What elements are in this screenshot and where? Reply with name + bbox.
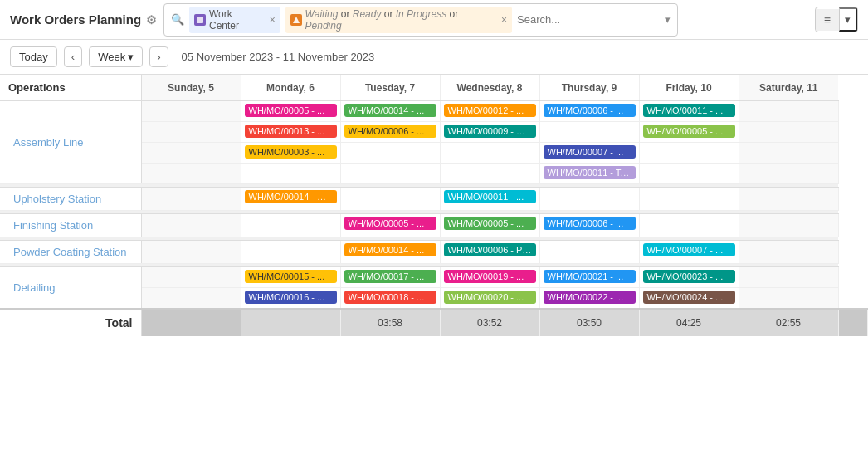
cal-cell-day6: WH/MO/00011 - ... — [639, 101, 739, 122]
calendar-event[interactable]: WH/MO/00005 - ... — [444, 217, 536, 230]
cal-cell-day5: WH/MO/00011 - Testing — [539, 164, 639, 184]
cal-cell-day6 — [639, 214, 739, 237]
cal-cell-day2 — [241, 214, 340, 237]
calendar-event[interactable]: WH/MO/00023 - ... — [643, 270, 735, 283]
calendar-container: Operations Sunday, 5 Monday, 6 Tuesday, … — [0, 75, 868, 336]
calendar-event[interactable]: WH/MO/00011 - ... — [444, 190, 536, 203]
calendar-event[interactable]: WH/MO/00021 - ... — [544, 270, 636, 283]
cal-cell-day2: WH/MO/00013 - ... — [241, 122, 340, 143]
view-dropdown-button[interactable]: ▾ — [839, 7, 857, 32]
calendar-row: Finishing StationWH/MO/00005 - ...WH/MO/… — [0, 214, 868, 237]
search-input[interactable] — [517, 13, 656, 26]
calendar-event[interactable]: WH/MO/00022 - ... — [544, 291, 636, 304]
filter-status-label: Waiting or Ready or In Progress or Pendi… — [305, 8, 496, 32]
calendar-event[interactable]: WH/MO/00015 - ... — [245, 270, 337, 283]
calendar-event[interactable]: WH/MO/00014 - ... — [344, 243, 436, 256]
calendar-event[interactable]: WH/MO/00024 - ... — [643, 291, 735, 304]
col-header-tue: Tuesday, 7 — [340, 75, 440, 101]
filter-workcenter-close[interactable]: × — [270, 14, 276, 26]
cal-cell-day7 — [739, 164, 838, 184]
cal-cell-day1 — [141, 241, 241, 264]
cal-cell-day6: WH/MO/00024 - ... — [639, 288, 739, 310]
cal-cell-day5: WH/MO/00006 - ... — [539, 101, 639, 122]
cal-cell-day4 — [440, 164, 539, 184]
section-label-3[interactable]: Powder Coating Station — [0, 241, 141, 264]
cal-cell-day7 — [739, 241, 838, 264]
col-header-operations: Operations — [0, 75, 141, 101]
gear-icon[interactable]: ⚙ — [146, 13, 157, 27]
cal-cell-day1 — [141, 143, 241, 164]
cal-cell-day3 — [340, 143, 440, 164]
total-time-0 — [141, 309, 241, 336]
prev-button[interactable]: ‹ — [64, 46, 82, 67]
list-view-button[interactable]: ≡ — [816, 9, 839, 31]
calendar-event[interactable]: WH/MO/00005 - ... — [245, 104, 337, 117]
calendar-event[interactable]: WH/MO/00009 - Manual Assembly — [444, 125, 536, 138]
calendar-event[interactable]: WH/MO/00014 - Upholster cushion — [245, 190, 337, 203]
cal-cell-day7 — [739, 267, 838, 288]
subnav: Today ‹ Week ▾ › 05 November 2023 - 11 N… — [0, 40, 868, 75]
total-time-2: 03:58 — [340, 309, 440, 336]
filter-tag-workcenter[interactable]: Work Center × — [189, 7, 280, 33]
cal-cell-day5 — [539, 122, 639, 143]
status-filter-icon — [290, 14, 302, 26]
cal-cell-day1 — [141, 164, 241, 184]
section-label-0[interactable]: Assembly Line — [0, 101, 141, 184]
cal-cell-day4: WH/MO/00020 - ... — [440, 288, 539, 310]
total-time-6: 02:55 — [739, 309, 838, 336]
calendar-event[interactable]: WH/MO/00006 - ... — [544, 104, 636, 117]
calendar-event[interactable]: WH/MO/00006 - Powder coat base — [444, 243, 536, 256]
calendar-event[interactable]: WH/MO/00003 - ... — [245, 145, 337, 159]
cal-cell-day7 — [739, 122, 838, 143]
calendar-event[interactable]: WH/MO/00006 - ... — [544, 217, 636, 230]
calendar-event[interactable]: WH/MO/00017 - ... — [344, 270, 436, 283]
calendar-event[interactable]: WH/MO/00011 - Testing — [544, 166, 636, 179]
calendar-row: DetailingWH/MO/00015 - ...WH/MO/00017 - … — [0, 267, 868, 288]
col-header-fri: Friday, 10 — [639, 75, 739, 101]
cal-cell-day4: WH/MO/00005 - ... — [440, 214, 539, 237]
total-time-5: 04:25 — [639, 309, 739, 336]
cal-cell-day2: WH/MO/00005 - ... — [241, 101, 340, 122]
filter-status-close[interactable]: × — [501, 14, 507, 26]
calendar-event[interactable]: WH/MO/00011 - ... — [643, 104, 735, 117]
calendar-event[interactable]: WH/MO/00007 - ... — [643, 243, 735, 256]
calendar-event[interactable]: WH/MO/00006 - ... — [344, 125, 436, 138]
cal-cell-day4: WH/MO/00012 - ... — [440, 101, 539, 122]
cal-cell-day7 — [739, 188, 838, 211]
cal-cell-day3: WH/MO/00014 - ... — [340, 101, 440, 122]
section-label-2[interactable]: Finishing Station — [0, 214, 141, 237]
filter-tag-status[interactable]: Waiting or Ready or In Progress or Pendi… — [285, 7, 512, 33]
cal-cell-day4: WH/MO/00009 - Manual Assembly — [440, 122, 539, 143]
svg-rect-0 — [197, 17, 203, 23]
filter-workcenter-label: Work Center — [209, 8, 265, 32]
section-label-1[interactable]: Upholstery Station — [0, 188, 141, 211]
col-header-mon: Monday, 6 — [241, 75, 340, 101]
total-time-4: 03:50 — [539, 309, 639, 336]
today-button[interactable]: Today — [10, 46, 57, 67]
calendar-event[interactable]: WH/MO/00020 - ... — [444, 291, 536, 304]
calendar-event[interactable]: WH/MO/00018 - ... — [344, 291, 436, 304]
view-switcher: ≡ ▾ — [815, 7, 858, 32]
cal-cell-day7 — [739, 288, 838, 310]
calendar-event[interactable]: WH/MO/00005 - ... — [344, 217, 436, 230]
cal-cell-day7 — [739, 214, 838, 237]
next-button[interactable]: › — [149, 46, 168, 67]
calendar-event[interactable]: WH/MO/00005 - ... — [643, 125, 735, 138]
cal-cell-day4 — [440, 143, 539, 164]
calendar-event[interactable]: WH/MO/00013 - ... — [245, 125, 337, 138]
calendar-event[interactable]: WH/MO/00014 - ... — [344, 104, 436, 117]
calendar-event[interactable]: WH/MO/00007 - ... — [544, 145, 636, 159]
workcenter-icon — [194, 14, 206, 26]
calendar-event[interactable]: WH/MO/00012 - ... — [444, 104, 536, 117]
cal-cell-day2 — [241, 164, 340, 184]
calendar-event[interactable]: WH/MO/00019 - ... — [444, 270, 536, 283]
cal-cell-day5 — [539, 188, 639, 211]
cal-cell-day4: WH/MO/00006 - Powder coat base — [440, 241, 539, 264]
page-title: Work Orders Planning ⚙ — [10, 12, 157, 27]
section-label-4[interactable]: Detailing — [0, 267, 141, 310]
cal-cell-day2: WH/MO/00015 - ... — [241, 267, 340, 288]
cal-cell-day7 — [739, 101, 838, 122]
calendar-event[interactable]: WH/MO/00016 - ... — [245, 291, 337, 304]
search-dropdown-icon[interactable]: ▾ — [665, 13, 671, 26]
week-button[interactable]: Week ▾ — [89, 46, 143, 67]
